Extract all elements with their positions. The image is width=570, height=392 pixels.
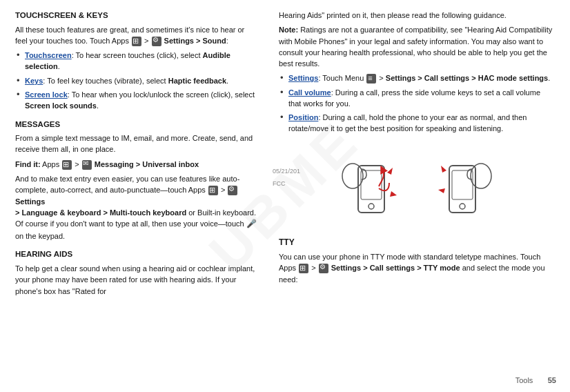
- tools-label: Tools: [515, 376, 533, 384]
- phone-figures: [279, 141, 555, 231]
- svg-rect-7: [452, 170, 473, 199]
- apps-icon-2: [62, 160, 72, 170]
- bullet-settings: Settings: Touch Menu > Settings > Call s…: [279, 72, 555, 84]
- settings-icon-2: [228, 186, 237, 195]
- menu-icon-1: [366, 74, 376, 84]
- bullet-call-volume: Call volume: During a call, press the si…: [279, 87, 555, 110]
- tty-para: You can use your phone in TTY mode with …: [279, 251, 555, 285]
- universal-inbox-label: Messaging > Universal inbox: [95, 160, 199, 168]
- figure-right-ear: [427, 148, 496, 224]
- bullet-screenlock: Screen lock: To hear when you lock/unloc…: [15, 89, 257, 112]
- term-screenlock: Screen lock: [25, 90, 68, 99]
- touchscreen-heading: TOUCHSCREEN & KEYS: [15, 10, 257, 21]
- term-settings: Settings: [288, 74, 318, 82]
- messaging-icon: [82, 160, 92, 170]
- text-entry-para: And to make text entry even easier, you …: [15, 173, 257, 242]
- figure-left-ear: [337, 148, 406, 224]
- haptic-feedback: Haptic feedback: [168, 77, 226, 85]
- figure-left-svg: [337, 148, 406, 224]
- page-number: 55: [548, 376, 556, 384]
- note-label: Note:: [279, 26, 298, 34]
- svg-point-9: [471, 164, 491, 188]
- svg-point-8: [460, 204, 465, 209]
- term-touchscreen: Touchscreen: [25, 51, 72, 59]
- tty-section: TTY You can use your phone in TTY mode w…: [279, 237, 555, 285]
- touchscreen-bullet-list: Touchscreen: To hear screen touches (cli…: [15, 50, 257, 111]
- tty-settings-path: Settings > Call settings > TTY mode: [331, 264, 460, 272]
- hearing-aids-heading: HEARING AIDS: [15, 248, 257, 260]
- figure-right-svg: [427, 148, 496, 224]
- settings-language: Settings: [15, 197, 45, 206]
- hearing-aids-bullets: Settings: Touch Menu > Settings > Call s…: [279, 72, 555, 134]
- bullet-position: Position: During a call, hold the phone …: [279, 112, 555, 135]
- left-column: TOUCHSCREEN & KEYS All these touch featu…: [0, 0, 269, 392]
- svg-rect-6: [449, 166, 475, 213]
- page-container: UBME 05/21/201 FCC TOUCHSCREEN & KEYS Al…: [0, 0, 570, 392]
- term-keys: Keys: [25, 77, 43, 85]
- mic-icon: 🎤: [246, 218, 257, 231]
- touchscreen-intro: All these touch features are great, and …: [15, 24, 257, 47]
- messages-heading: MESSAGES: [15, 119, 257, 130]
- settings-sound-label: Settings > Sound: [164, 37, 226, 45]
- settings-call-settings: Settings > Call settings > HAC mode sett…: [386, 74, 548, 82]
- page-footer: Tools 55: [515, 375, 556, 386]
- settings-icon-1: [152, 37, 161, 46]
- right-column: Hearing Aids" printed on it, then please…: [269, 0, 570, 392]
- screen-lock-sounds: Screen lock sounds: [25, 101, 97, 110]
- term-position: Position: [288, 113, 318, 121]
- term-call-volume: Call volume: [288, 88, 331, 97]
- hearing-aids-cont: Hearing Aids" printed on it, then please…: [279, 10, 555, 21]
- hearing-aids-para: To help get a clear sound when using a h…: [15, 263, 257, 297]
- apps-icon-tty: [299, 264, 308, 273]
- note-para: Note: Ratings are not a guarantee of com…: [279, 24, 555, 69]
- find-it-line: Find it: Apps > Messaging > Universal in…: [15, 159, 257, 170]
- language-keyboard: > Language & keyboard > Multi-touch keyb…: [15, 208, 186, 217]
- svg-marker-10: [441, 166, 446, 173]
- find-it-label: Find it:: [15, 160, 41, 168]
- bullet-keys: Keys: To feel key touches (vibrate), sel…: [15, 75, 257, 86]
- svg-marker-11: [438, 188, 445, 193]
- svg-point-2: [368, 204, 374, 209]
- date-stamp: 05/21/201: [273, 167, 300, 176]
- svg-rect-1: [361, 170, 382, 199]
- svg-point-3: [342, 164, 363, 188]
- bullet-touchscreen: Touchscreen: To hear screen touches (cli…: [15, 50, 257, 72]
- apps-icon-3: [208, 186, 218, 195]
- tty-heading: TTY: [279, 237, 555, 248]
- svg-marker-4: [387, 168, 393, 175]
- messages-intro: From a simple text message to IM, email,…: [15, 133, 257, 155]
- svg-marker-5: [390, 191, 397, 197]
- apps-icon-1: [132, 37, 141, 46]
- fcc-stamp: FCC: [273, 179, 286, 188]
- settings-icon-tty: [319, 264, 328, 273]
